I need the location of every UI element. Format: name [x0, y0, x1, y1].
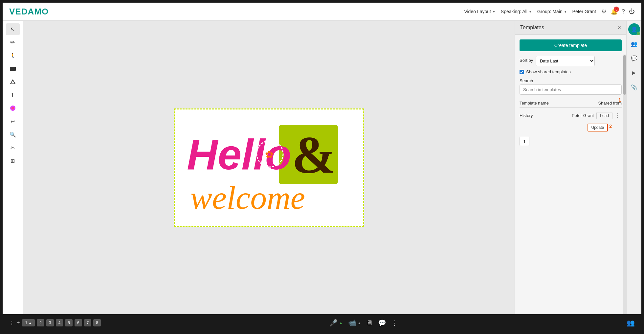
- text-tool[interactable]: T: [6, 89, 20, 101]
- color-tool[interactable]: [6, 102, 20, 114]
- template-actions: Load ⋮: [596, 112, 622, 119]
- svg-point-3: [11, 107, 14, 109]
- table-header: Template name Shared from 1: [520, 99, 622, 108]
- table-row: History Peter Grant Load ⋮: [520, 109, 622, 122]
- arrow-right-icon-btn[interactable]: ▶: [628, 67, 640, 79]
- video-layout-btn[interactable]: Video Layout ▼: [464, 9, 495, 14]
- sort-label: Sort by: [520, 58, 533, 63]
- svg-text:Hello: Hello: [187, 131, 291, 179]
- panel-scroll-area: Create template Sort by Date Last Date F…: [515, 35, 626, 314]
- notification-badge: 3: [614, 7, 619, 12]
- scroll-thumb[interactable]: [623, 55, 626, 95]
- bottom-controls: 🎤 ▲ 📹 ▲ 🖥 💬 ⋮: [329, 319, 398, 327]
- online-indicator: [637, 32, 640, 35]
- settings-icon[interactable]: ⚙: [601, 8, 607, 15]
- pages-area: ⋮ + 1 ▲ 2 3 4 5 6 7 8: [9, 319, 101, 326]
- help-icon[interactable]: ?: [622, 8, 625, 15]
- screen-share-button[interactable]: 🖥: [366, 319, 373, 327]
- chevron-down-icon: ▼: [564, 10, 567, 13]
- more-pages-btn[interactable]: ⋮: [9, 320, 14, 326]
- right-sidebar: 👤 👥 💬 ▶ 📎: [626, 21, 641, 314]
- color-icon: [10, 105, 16, 111]
- user-name: Peter Grant: [572, 9, 596, 14]
- page-tab-2[interactable]: 2: [37, 319, 44, 326]
- main-content: ↖ ✏ 🚶 T ↩ 🔍 ✂ ⊞: [3, 21, 641, 314]
- canvas-area[interactable]: & Hello ✿ welcome: [23, 21, 515, 314]
- group-btn[interactable]: Group: Main ▼: [537, 9, 567, 14]
- bottom-bar: ⋮ + 1 ▲ 2 3 4 5 6 7 8 🎤 ▲ 📹 ▲ 🖥 💬: [3, 314, 641, 331]
- update-template-button[interactable]: Update: [588, 124, 608, 131]
- whiteboard: & Hello ✿ welcome: [174, 108, 364, 227]
- users-bottom-button[interactable]: 👥: [627, 319, 635, 327]
- page-tab-6[interactable]: 6: [75, 319, 82, 326]
- svg-rect-0: [10, 67, 16, 71]
- page-tab-3[interactable]: 3: [46, 319, 54, 326]
- rectangle-tool[interactable]: [6, 63, 20, 75]
- create-template-button[interactable]: Create template: [520, 39, 622, 51]
- panel-header: Templates ×: [515, 21, 626, 35]
- load-template-button[interactable]: Load: [596, 112, 612, 119]
- add-page-btn[interactable]: +: [16, 320, 20, 326]
- show-shared-row: Show shared templates: [520, 69, 622, 74]
- pencil-tool[interactable]: ✏: [6, 36, 20, 48]
- cam-arrow-icon: ▲: [358, 321, 361, 325]
- col-shared-header: Shared from: [582, 101, 622, 106]
- page-tab-4[interactable]: 4: [56, 319, 63, 326]
- hello-welcome-image: & Hello ✿ welcome: [180, 115, 358, 220]
- page-tab-7[interactable]: 7: [84, 319, 92, 326]
- page-1-button[interactable]: 1: [520, 137, 529, 146]
- update-container: Update 2: [520, 124, 622, 131]
- left-toolbar: ↖ ✏ 🚶 T ↩ 🔍 ✂ ⊞: [3, 21, 23, 314]
- more-bottom-button[interactable]: ⋮: [391, 319, 398, 327]
- svg-text:welcome: welcome: [190, 179, 305, 216]
- show-shared-label: Show shared templates: [526, 69, 571, 74]
- sort-row: Sort by Date Last Date First Name A-Z Na…: [520, 56, 622, 66]
- select-tool[interactable]: ↖: [6, 23, 20, 35]
- camera-button[interactable]: 📹 ▲: [348, 319, 361, 327]
- eraser-icon: [10, 79, 16, 85]
- whiteboard-content: & Hello ✿ welcome: [175, 109, 363, 226]
- attachment-icon-btn[interactable]: 📎: [628, 81, 640, 93]
- show-shared-checkbox[interactable]: [520, 70, 524, 74]
- search-label: Search: [520, 78, 622, 83]
- svg-text:✿: ✿: [265, 149, 273, 160]
- users-icon-btn[interactable]: 👥: [628, 38, 640, 50]
- panel-title: Templates: [520, 25, 544, 31]
- person-tool[interactable]: 🚶: [6, 50, 20, 61]
- page-tab-1[interactable]: 1 ▲: [22, 319, 35, 326]
- templates-table: Template name Shared from 1 History Pete…: [520, 99, 622, 131]
- page-tab-8[interactable]: 8: [93, 319, 101, 326]
- mic-button[interactable]: 🎤 ▲: [329, 319, 343, 327]
- grid-tool[interactable]: ⊞: [6, 155, 20, 167]
- panel-close-button[interactable]: ×: [617, 25, 621, 31]
- speaking-btn[interactable]: Speaking: All ▼: [501, 9, 532, 14]
- template-name: History: [520, 113, 564, 118]
- more-options-button[interactable]: ⋮: [614, 112, 622, 119]
- annotation-1: 1: [618, 97, 621, 103]
- power-icon[interactable]: ⏻: [629, 8, 635, 15]
- scissor-tool[interactable]: ✂: [6, 142, 20, 154]
- sort-select[interactable]: Date Last Date First Name A-Z Name Z-A: [536, 56, 595, 66]
- app-logo: VEDAMO: [9, 7, 49, 17]
- header: VEDAMO Video Layout ▼ Speaking: All ▼ Gr…: [3, 3, 641, 21]
- mic-arrow-icon: ▲: [339, 321, 343, 325]
- search-input[interactable]: [520, 84, 622, 95]
- notifications-icon[interactable]: 🔔 3: [611, 8, 618, 15]
- bottom-right: 👥: [627, 319, 635, 327]
- svg-text:&: &: [292, 126, 336, 184]
- header-icons: ⚙ 🔔 3 ? ⏻: [601, 8, 635, 15]
- chevron-down-icon: ▼: [492, 10, 496, 13]
- undo-tool[interactable]: ↩: [6, 115, 20, 127]
- search-group: Search: [520, 78, 622, 95]
- chevron-down-icon: ▼: [529, 10, 532, 13]
- zoom-tool[interactable]: 🔍: [6, 129, 20, 140]
- template-shared: Peter Grant: [564, 113, 594, 118]
- chat-icon-btn[interactable]: 💬: [628, 52, 640, 64]
- eraser-tool[interactable]: [6, 76, 20, 88]
- chat-bottom-button[interactable]: 💬: [378, 319, 386, 327]
- rectangle-icon: [10, 66, 16, 71]
- panel-body: Create template Sort by Date Last Date F…: [515, 35, 626, 151]
- user-icon-btn[interactable]: 👤: [628, 23, 640, 35]
- page-tab-5[interactable]: 5: [65, 319, 73, 326]
- scroll-indicator: [623, 55, 626, 314]
